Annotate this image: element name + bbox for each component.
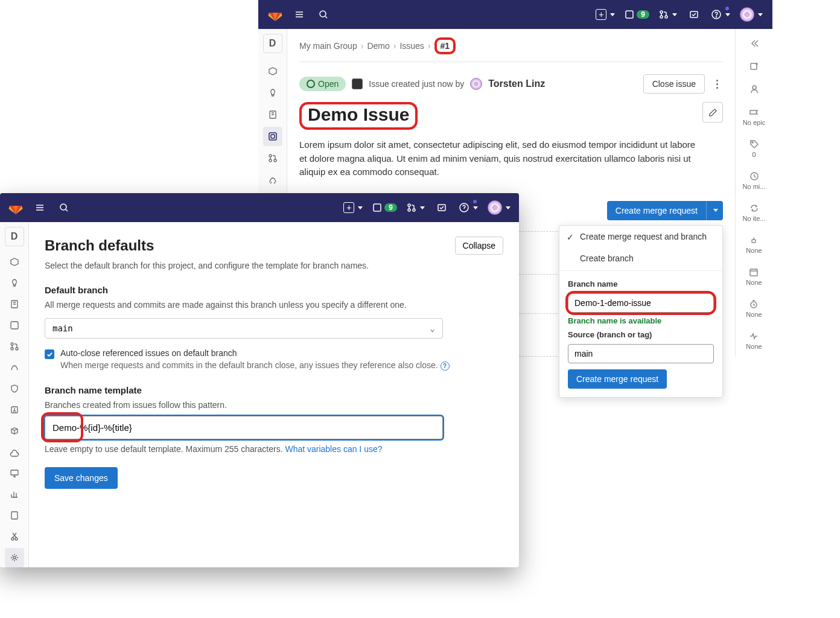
label-branch-name: Branch name — [559, 277, 722, 291]
repo-icon[interactable] — [5, 295, 24, 314]
branch-available-text: Branch name is available — [559, 314, 722, 328]
cicd-icon[interactable] — [263, 170, 282, 190]
svg-point-2 — [660, 11, 663, 13]
help-menu[interactable] — [456, 201, 480, 214]
monitor-icon[interactable] — [5, 464, 24, 483]
collapse-button[interactable]: Collapse — [455, 237, 503, 255]
iteration-item[interactable]: No ite... — [743, 200, 766, 226]
user-menu[interactable] — [485, 199, 513, 216]
gitlab-logo-icon[interactable] — [6, 198, 25, 217]
create-mr-button[interactable]: Create merge request — [607, 201, 706, 220]
opt-mr-and-branch[interactable]: ✓Create merge request and branch — [559, 226, 722, 247]
annotation-title: Demo Issue — [299, 102, 418, 130]
svg-rect-35 — [11, 512, 18, 519]
issue-sidebar: No epic 0 No mi... No ite... None None N… — [735, 29, 772, 357]
issue-type-icon — [352, 78, 363, 89]
analytics-icon[interactable] — [5, 485, 24, 504]
svg-rect-10 — [271, 135, 275, 138]
source-input[interactable] — [568, 344, 714, 363]
user-menu[interactable] — [737, 6, 765, 23]
due-date-item[interactable]: None — [746, 264, 762, 290]
author-name[interactable]: Torsten Linz — [488, 78, 545, 89]
todo-icon[interactable] — [684, 5, 704, 24]
project-avatar[interactable]: D — [5, 227, 24, 246]
svg-point-13 — [274, 159, 276, 162]
merge-requests-shortcut[interactable] — [657, 8, 679, 21]
cicd-icon[interactable] — [5, 358, 24, 377]
default-branch-select[interactable]: main ⌄ — [45, 318, 443, 339]
more-actions-icon[interactable] — [711, 80, 723, 89]
svg-point-30 — [11, 343, 13, 345]
wiki-icon[interactable] — [5, 506, 24, 525]
status-badge: Open — [299, 77, 346, 91]
project-avatar[interactable]: D — [263, 34, 282, 53]
crumb-group[interactable]: My main Group — [299, 41, 357, 51]
project-icon[interactable] — [5, 252, 24, 272]
project-sidebar: D — [0, 222, 29, 567]
gitlab-logo-icon[interactable] — [266, 5, 285, 24]
svg-point-3 — [660, 16, 663, 18]
autoclose-checkbox[interactable] — [45, 349, 54, 359]
close-issue-button[interactable]: Close issue — [643, 74, 705, 94]
svg-point-38 — [13, 556, 16, 559]
crumb-project[interactable]: Demo — [367, 41, 389, 51]
deploy-icon[interactable] — [5, 400, 24, 419]
lightbulb-icon[interactable] — [263, 83, 282, 103]
branch-template-input[interactable] — [45, 416, 443, 439]
help-menu[interactable] — [708, 8, 733, 21]
svg-point-37 — [15, 538, 18, 540]
weight-item[interactable]: None — [746, 232, 762, 258]
check-icon: ✓ — [567, 232, 574, 242]
merge-requests-shortcut[interactable] — [404, 202, 427, 214]
help-icon[interactable]: ? — [441, 362, 450, 371]
create-mr-split-button: Create merge request — [607, 201, 723, 220]
hamburger-icon[interactable] — [30, 198, 49, 217]
infra-icon[interactable] — [5, 442, 24, 462]
mr-icon[interactable] — [263, 148, 282, 168]
mr-icon[interactable] — [5, 337, 24, 356]
labels-item[interactable]: 0 — [749, 136, 759, 162]
repo-icon[interactable] — [263, 105, 282, 124]
snippets-icon[interactable] — [5, 527, 24, 546]
add-todo-icon[interactable] — [749, 58, 759, 75]
search-icon[interactable] — [314, 5, 333, 24]
milestone-item[interactable]: No mi... — [743, 168, 766, 194]
create-mr-button-2[interactable]: Create merge request — [568, 369, 667, 389]
issues-shortcut[interactable]: 9 — [622, 8, 652, 21]
author-avatar-icon[interactable] — [470, 78, 482, 90]
todo-icon[interactable] — [432, 198, 451, 217]
issues-shortcut[interactable]: 9 — [370, 202, 399, 214]
settings-icon[interactable] — [5, 548, 24, 567]
crumb-section[interactable]: Issues — [399, 41, 424, 51]
svg-point-4 — [665, 16, 667, 18]
label-source: Source (branch or tag) — [559, 328, 722, 342]
collapse-sidebar-icon[interactable] — [749, 35, 759, 52]
variables-help-link[interactable]: What variables can I use? — [285, 444, 382, 454]
new-menu[interactable]: + — [593, 8, 617, 21]
issues-icon[interactable] — [5, 316, 24, 335]
avatar-icon — [488, 200, 502, 215]
assignee-icon[interactable] — [749, 81, 759, 98]
opt-branch[interactable]: Create branch — [559, 247, 722, 269]
annotation-issue-id: #1 — [434, 37, 456, 54]
create-mr-dropdown: ✓Create merge request and branch Create … — [559, 225, 723, 398]
hamburger-icon[interactable] — [290, 5, 309, 24]
packages-icon[interactable] — [5, 421, 24, 441]
new-menu[interactable]: + — [341, 201, 365, 214]
time-item[interactable]: None — [746, 296, 762, 322]
epic-item[interactable]: No epic — [743, 104, 765, 130]
lightbulb-icon[interactable] — [5, 273, 24, 293]
branch-name-input[interactable] — [568, 293, 714, 313]
save-changes-button[interactable]: Save changes — [45, 467, 118, 489]
create-mr-caret[interactable] — [706, 201, 723, 220]
search-icon[interactable] — [54, 198, 74, 217]
text-default-branch: All merge requests and commits are made … — [45, 300, 443, 310]
project-icon[interactable] — [263, 62, 282, 81]
issues-icon[interactable] — [263, 127, 282, 146]
top-navbar-front: + 9 — [0, 193, 519, 222]
svg-point-12 — [269, 159, 272, 162]
edit-title-button[interactable] — [702, 102, 723, 123]
health-item[interactable]: None — [746, 328, 762, 354]
issue-description: Lorem ipsum dolor sit amet, consectetur … — [287, 136, 716, 191]
security-icon[interactable] — [5, 379, 24, 398]
